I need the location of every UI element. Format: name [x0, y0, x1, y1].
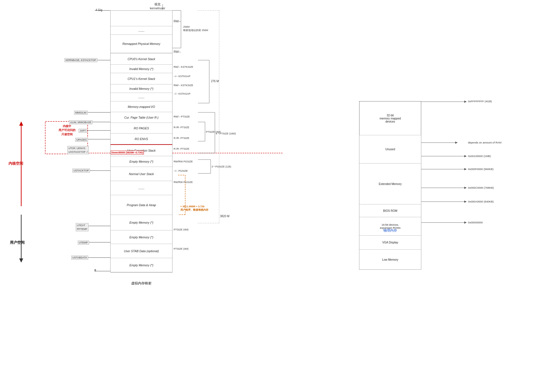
label-ulim: ULIM, MMIOBASE [69, 120, 92, 124]
phys-mem-title: 物理内存 [359, 228, 421, 233]
perm-cur-pt: R-/R- PTSIZE [174, 126, 189, 129]
vm-seg-mmio: Memory-mapped I/O [111, 101, 172, 112]
vm-seg-empty4: Empty Memory (*) [111, 258, 172, 272]
perm-ptsize-4m-1: PTSIZE (4M) [174, 228, 189, 231]
phys-seg-vga: VGA Display [359, 236, 421, 250]
vm-seg-normal-stack: Normal User Stack [111, 167, 172, 181]
vm-seg-invalid1: Invalid Memory (*) [111, 65, 172, 73]
svg-marker-36 [19, 121, 23, 126]
vm-seg-cpu1-stack: CPU1's Kernel Stack [111, 73, 172, 84]
size-276m: 276 M [211, 80, 219, 83]
perm-ro-envs: R-/R- PTSIZE [174, 147, 189, 150]
perm-invalid2: --/-- KSTKGAP [174, 92, 191, 95]
size-3pgsize: 3 * PGSIZE (12k) [212, 165, 231, 168]
label-utext: UTEXTPFTEMP [76, 223, 89, 231]
svg-marker-38 [19, 258, 23, 263]
label-ustacktop: USTACKTOP [72, 169, 90, 173]
perm-empty1: --/-- PGSIZE [174, 169, 188, 172]
perm-cpu0: RW/-- KSTKSIZE [174, 66, 193, 68]
vm-seg-dots3: ...... [111, 181, 172, 195]
addr-ram: depends on amount of RAM [468, 141, 501, 144]
vm-seg-stab: User STAB Data (optional) [111, 244, 172, 258]
perm-normal-stack: RW/RW PGSIZE [174, 181, 193, 184]
addr-768kb: 0x000C0000 (768KB) [468, 186, 494, 189]
addr-4gb: 0xFFFFFFFF (4GB) [468, 100, 492, 103]
vm-seg-dots1: ...... [111, 26, 172, 35]
phys-seg-bios: BIOS ROM [359, 204, 421, 217]
svg-marker-53 [464, 221, 467, 224]
phys-seg-unused: Unused [359, 135, 421, 164]
vm-seg-ro-envs: RO ENVS [111, 134, 172, 144]
vm-seg-empty2: Empty Memory (*) [111, 215, 172, 230]
svg-marker-49 [464, 187, 467, 189]
marker-4gig: 4 Gig [96, 8, 102, 12]
vm-seg-ro-pages: RO PAGES [111, 123, 172, 134]
kernel-space-label: 内核空间 [8, 161, 23, 166]
addr-1mb: 0x00100000 (1MB) [468, 154, 491, 158]
phys-seg-extended: Extended Memory [359, 164, 421, 204]
vm-seg-cpu0-stack: CPU0's Kernel Stack [111, 53, 172, 65]
diagram-container: 视觉 kernel/user 4 Gig ...... Remapped Phy… [0, 0, 533, 392]
phys-seg-32bit-mmapped: 32-bitmemory mappeddevices [359, 101, 421, 135]
addr-0: 0x00000000 [468, 221, 483, 224]
label-mmiolim: MMIOLIM [74, 111, 88, 115]
vm-map-title: 虚拟内存映射 [110, 281, 172, 286]
user-space-label: 用户空间 [10, 240, 25, 245]
svg-marker-41 [464, 101, 467, 103]
vm-seg-prog-data: Program Data & Heap [111, 195, 172, 215]
vm-seg-empty3: Empty Memory (*) [111, 230, 172, 244]
svg-marker-43 [455, 141, 458, 144]
label-kernbase: KERNBASE, KSTACKTOP [64, 58, 97, 62]
label-utemp: UTEMP [78, 241, 89, 245]
red-boundary-label: 0xeec00000 (3820M ≈3.73G) [111, 151, 144, 154]
perm-ptsize-4m-2: PTSIZE (4M) [174, 247, 189, 250]
vm-map: ...... Remapped Physical Memory CPU0's K… [110, 10, 172, 273]
size-3820m: 3820 M [220, 215, 229, 218]
size-256m: 256M映射低地址的前 256M [183, 25, 208, 32]
perm-ro-pages: R-/R- PTSIZE [174, 137, 189, 140]
perm-rw-remapped: RW/-- [174, 50, 181, 53]
label-utop: UTOP, UENVSUXSTACKTOP -/ [67, 146, 89, 154]
diagram-title-view: 视觉 kernel/user [150, 2, 165, 10]
size-user-total: ≈ 3811.988M ≈ 3.726用户程序、数据堆栈内存 [180, 205, 208, 212]
vm-seg-top-empty [111, 11, 172, 26]
perm-rw-top: RW/-- [174, 20, 181, 23]
svg-marker-51 [464, 201, 467, 203]
vm-seg-empty1: Empty Memory (*) [111, 156, 172, 167]
svg-marker-47 [464, 168, 467, 170]
perm-cpu1: RW/-- KSTKSIZE [174, 84, 193, 87]
perm-invalid1: --/-- KSTKGAP [174, 75, 191, 78]
vm-seg-dots2: ...... [111, 93, 172, 101]
addr-960kb: 0x000F0000 (960KB) [468, 167, 493, 171]
phys-seg-low-mem: Low Memory [359, 250, 421, 269]
vm-seg-remapped: Remapped Physical Memory [111, 35, 172, 53]
label-upages: UPAGES [75, 138, 88, 142]
perm-mmio: RW/-- PTSIZE [174, 115, 190, 118]
label-ustabdata: USTABDATA [71, 256, 88, 260]
size-4ptsize: 4 * PTSIZE (16M) [216, 132, 236, 135]
vm-seg-invalid2: Invalid Memory (*) [111, 84, 172, 93]
phys-mem-map: 32-bitmemory mappeddevices Unused Extend… [359, 101, 421, 270]
addr-640kb: 0x000A0000 (640KB) [468, 200, 494, 203]
kernel-user-readable-label: 内核中用户可访问的只读空间 [46, 124, 88, 136]
vm-seg-cur-pt: Cur. Page Table (User R-) [111, 112, 172, 123]
perm-user-exc: RW/RW PGSIZE [174, 160, 193, 163]
svg-marker-45 [464, 155, 467, 157]
label-zero: 0 [94, 269, 96, 272]
